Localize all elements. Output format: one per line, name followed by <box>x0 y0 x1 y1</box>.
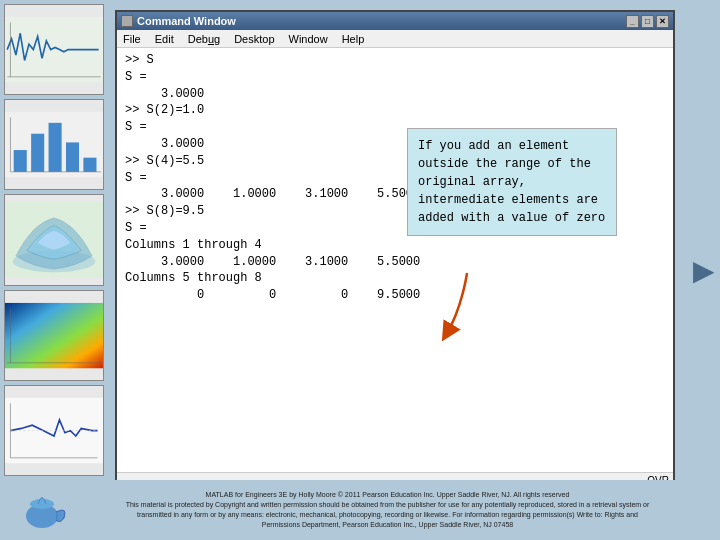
svg-text:A: A <box>34 529 40 531</box>
window-menubar: File Edit Debug Desktop Window Help <box>117 30 673 48</box>
window-content[interactable]: >> S S = 3.0000 >> S(2)=1.0 S = 3.0000 >… <box>117 48 673 472</box>
code-line-14: Columns 5 through 8 <box>125 270 665 287</box>
code-line-15: 0 0 0 9.5000 <box>125 287 665 304</box>
code-line-12: Columns 1 through 4 <box>125 237 665 254</box>
svg-rect-6 <box>49 123 62 172</box>
code-line-3: 3.0000 <box>125 86 665 103</box>
footer-line3: Permissions Department, Pearson Educatio… <box>65 520 710 530</box>
command-window: Command Window _ □ ✕ File Edit Debug Des… <box>115 10 675 490</box>
bottom-area: A MATLAB for Engineers 3E by Holly Moore… <box>0 480 720 540</box>
plot-thumb-3[interactable] <box>4 194 104 285</box>
tooltip-box: If you add an element outside the range … <box>407 128 617 236</box>
window-title: Command Window <box>137 15 236 27</box>
menu-desktop[interactable]: Desktop <box>232 33 276 45</box>
sidebar-plots <box>0 0 108 480</box>
code-line-4: >> S(2)=1.0 <box>125 102 665 119</box>
menu-file[interactable]: File <box>121 33 143 45</box>
menu-edit[interactable]: Edit <box>153 33 176 45</box>
minimize-button[interactable]: _ <box>626 15 639 28</box>
plot-thumb-1[interactable] <box>4 4 104 95</box>
close-button[interactable]: ✕ <box>656 15 669 28</box>
titlebar-buttons: _ □ ✕ <box>626 15 669 28</box>
menu-debug[interactable]: Debug <box>186 33 222 45</box>
svg-rect-5 <box>31 134 44 172</box>
nav-arrow-right[interactable]: ▶ <box>693 254 715 287</box>
menu-window[interactable]: Window <box>287 33 330 45</box>
window-icon <box>121 15 133 27</box>
menu-help[interactable]: Help <box>340 33 367 45</box>
svg-rect-13 <box>5 303 103 368</box>
svg-rect-4 <box>14 150 27 172</box>
tooltip-arrow <box>437 268 497 352</box>
code-line-13: 3.0000 1.0000 3.1000 5.5000 <box>125 254 665 271</box>
footer-container: MATLAB for Engineers 3E by Holly Moore ©… <box>55 490 720 529</box>
svg-rect-8 <box>83 158 96 172</box>
maximize-button[interactable]: □ <box>641 15 654 28</box>
teapot-icon: A <box>20 486 70 535</box>
plot-thumb-2[interactable] <box>4 99 104 190</box>
code-line-2: S = <box>125 69 665 86</box>
tooltip-text: If you add an element outside the range … <box>418 139 605 225</box>
plot-thumb-5[interactable] <box>4 385 104 476</box>
code-line-1: >> S <box>125 52 665 69</box>
footer-line2: This material is protected by Copyright … <box>65 500 710 520</box>
titlebar-left: Command Window <box>121 15 236 27</box>
plot-thumb-4[interactable] <box>4 290 104 381</box>
window-titlebar: Command Window _ □ ✕ <box>117 12 673 30</box>
footer-line1: MATLAB for Engineers 3E by Holly Moore ©… <box>65 490 710 500</box>
svg-rect-7 <box>66 143 79 172</box>
